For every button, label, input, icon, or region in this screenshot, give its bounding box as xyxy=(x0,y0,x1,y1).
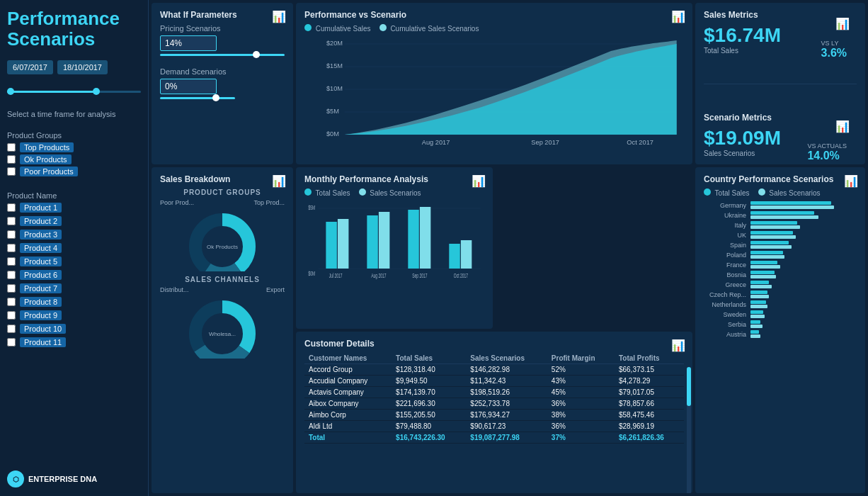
perf-scenario-title: Performance vs Scenario xyxy=(304,10,684,20)
col-sales-scenarios: Sales Scenarios xyxy=(466,353,547,364)
list-item[interactable]: Product 7 xyxy=(7,283,141,293)
country-row: Netherlands xyxy=(704,300,857,308)
table-row: Aimbo Corp $155,205.50 $176,934.27 38% $… xyxy=(304,410,684,421)
country-row: UK xyxy=(704,231,857,239)
demand-slider[interactable] xyxy=(160,97,235,99)
date-range-slider[interactable] xyxy=(7,86,141,97)
country-bar-group xyxy=(750,211,857,219)
product-group-top-checkbox[interactable] xyxy=(7,143,16,152)
product-group-poor-checkbox[interactable] xyxy=(7,167,16,176)
cell-customer-name: Aldi Ltd xyxy=(304,421,392,432)
slider-thumb-right[interactable] xyxy=(93,88,100,95)
sales-metrics-chart-icon: 📊 xyxy=(835,17,850,30)
poor-products-label: Poor Prod... xyxy=(160,199,194,206)
country-name: Poland xyxy=(704,252,746,259)
product-group-poor[interactable]: Poor Products xyxy=(7,167,141,176)
list-item[interactable]: Product 5 xyxy=(7,257,141,266)
slider-thumb-left[interactable] xyxy=(7,88,14,95)
list-item[interactable]: Product 3 xyxy=(7,230,141,239)
perf-scenario-chart-icon: 📊 xyxy=(671,10,685,23)
product-4-checkbox[interactable] xyxy=(7,244,16,252)
country-bar-total xyxy=(750,320,760,324)
cell-scenarios: $198,519.26 xyxy=(466,387,547,398)
country-bar-scenario xyxy=(750,325,763,328)
country-bar-scenario xyxy=(750,275,776,278)
product-group-poor-label: Poor Products xyxy=(20,167,78,176)
cell-total-sales: $221,696.30 xyxy=(392,398,466,410)
country-name: France xyxy=(704,261,746,269)
list-item[interactable]: Product 11 xyxy=(7,337,141,347)
bar-sep-scenario xyxy=(420,207,430,269)
svg-text:Jul 2017: Jul 2017 xyxy=(329,271,343,279)
product-3-checkbox[interactable] xyxy=(7,230,16,239)
top-products-label: Top Prod... xyxy=(253,199,285,206)
cell-scenarios: $90,617.23 xyxy=(466,421,547,432)
country-bar-group xyxy=(750,310,857,318)
monthly-perf-legend: Total Sales Sales Scenarios xyxy=(304,188,484,197)
pricing-slider[interactable] xyxy=(160,54,285,56)
country-bar-total xyxy=(750,291,767,294)
date-end-button[interactable]: 18/10/2017 xyxy=(57,60,108,74)
customer-details-title: Customer Details xyxy=(304,339,684,349)
product-9-checkbox[interactable] xyxy=(7,311,16,320)
sales-breakdown-card: Sales Breakdown 📊 PRODUCT GROUPS Poor Pr… xyxy=(152,167,293,493)
country-bar-scenario xyxy=(750,225,800,229)
country-bar-scenario xyxy=(750,315,765,318)
product-6-checkbox[interactable] xyxy=(7,271,16,279)
sales-breakdown-chart-icon: 📊 xyxy=(272,174,286,188)
country-bar-scenario xyxy=(750,245,792,249)
legend-country-total-label: Total Sales xyxy=(715,189,750,197)
product-10-checkbox[interactable] xyxy=(7,325,16,333)
product-group-top-label: Top Products xyxy=(20,142,74,152)
country-name: Bosnia xyxy=(704,271,746,278)
app-title: PerformanceScenarios xyxy=(7,9,141,49)
product-8-checkbox[interactable] xyxy=(7,298,16,306)
list-item[interactable]: Product 8 xyxy=(7,297,141,307)
list-item[interactable]: Product 1 xyxy=(7,203,141,213)
list-item[interactable]: Product 2 xyxy=(7,216,141,226)
country-bar-total xyxy=(750,221,797,225)
product-group-ok-checkbox[interactable] xyxy=(7,155,16,164)
country-row: Italy xyxy=(704,221,857,229)
legend-label-cumulative: Cumulative Sales xyxy=(316,25,371,33)
scrollbar-thumb xyxy=(687,367,691,406)
svg-text:$10M: $10M xyxy=(326,85,343,92)
list-item[interactable]: Product 10 xyxy=(7,324,141,334)
cell-total-sales: $155,205.50 xyxy=(392,410,466,421)
table-row: Aibox Company $221,696.30 $252,733.78 36… xyxy=(304,398,684,410)
product-1-checkbox[interactable] xyxy=(7,203,16,212)
monthly-performance-card: Monthly Performance Analysis 📊 Total Sal… xyxy=(296,167,493,329)
demand-input[interactable] xyxy=(160,79,217,94)
product-7-label: Product 7 xyxy=(20,283,62,293)
product-11-checkbox[interactable] xyxy=(7,338,16,346)
product-group-top[interactable]: Top Products xyxy=(7,142,141,152)
date-start-button[interactable]: 6/07/2017 xyxy=(7,60,53,74)
product-5-checkbox[interactable] xyxy=(7,257,16,266)
pricing-input[interactable] xyxy=(160,35,217,51)
country-bar-total xyxy=(750,310,763,314)
table-scrollbar[interactable] xyxy=(687,367,691,493)
country-bar-group xyxy=(750,221,857,229)
cell-profits: $28,969.19 xyxy=(615,421,684,432)
list-item[interactable]: Product 4 xyxy=(7,243,141,253)
customer-details-chart-icon: 📊 xyxy=(671,339,685,352)
product-group-ok[interactable]: Ok Products xyxy=(7,154,141,164)
cell-margin: 36% xyxy=(547,421,615,432)
bar-jul-total xyxy=(326,222,336,269)
legend-scenarios-label: Sales Scenarios xyxy=(370,189,421,197)
svg-text:Aug 2017: Aug 2017 xyxy=(422,139,450,146)
list-item[interactable]: Product 9 xyxy=(7,310,141,320)
country-perf-title: Country Performance Scenarios xyxy=(704,174,857,184)
country-name: Greece xyxy=(704,281,746,288)
legend-label-scenario: Cumulative Sales Scenarios xyxy=(390,25,479,33)
product-group-ok-label: Ok Products xyxy=(20,154,72,164)
legend-sales-scenarios: Sales Scenarios xyxy=(359,188,421,197)
product-7-checkbox[interactable] xyxy=(7,284,16,293)
svg-text:Aug 2017: Aug 2017 xyxy=(371,271,386,279)
list-item[interactable]: Product 6 xyxy=(7,270,141,280)
product-2-checkbox[interactable] xyxy=(7,217,16,225)
cell-profits: $58,475.46 xyxy=(615,410,684,421)
customer-table: Customer Names Total Sales Sales Scenari… xyxy=(304,353,684,444)
col-profit-margin: Profit Margin xyxy=(547,353,615,364)
svg-text:$5M: $5M xyxy=(326,108,339,115)
